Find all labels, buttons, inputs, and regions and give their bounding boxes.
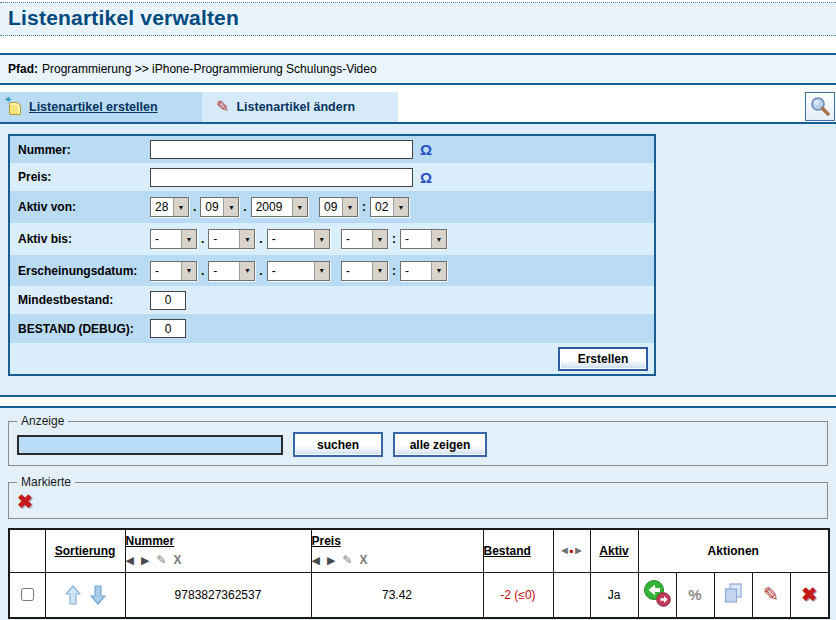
aktiv-header: Aktiv (590, 529, 638, 572)
chevron-down-icon: ▼ (239, 230, 254, 248)
aktiv-von-day-select[interactable]: 28▼ (150, 197, 189, 217)
form-row-aktiv-von: Aktiv von: 28▼ . 09▼ . 2009▼ 09▼ : 02▼ (10, 191, 654, 223)
filter-pen-icon[interactable]: ✎ (342, 553, 352, 567)
delete-icon: ✖ (801, 584, 817, 605)
sort-nummer-link[interactable]: Nummer (126, 534, 175, 548)
page-next-icon[interactable]: ▶ (327, 554, 335, 567)
chevron-down-icon: ▼ (181, 262, 196, 280)
row-spacer-cell (553, 572, 590, 618)
markierte-fieldset: Markierte ✖ (8, 475, 828, 519)
sparkle-icon: ✦ (4, 94, 12, 105)
aktiv-bis-hour-select[interactable]: -▼ (341, 229, 388, 249)
sort-sortierung-link[interactable]: Sortierung (55, 544, 116, 558)
articles-table: Sortierung Nummer ◀ ▶ ✎ X Preis ◀ ▶ (8, 528, 830, 619)
preis-label: Preis: (18, 170, 150, 184)
aktiv-bis-month-select[interactable]: -▼ (208, 229, 255, 249)
alle-zeigen-button[interactable]: alle zeigen (393, 432, 487, 457)
special-char-icon[interactable]: Ω (420, 141, 432, 158)
tab-listenartikel-aendern[interactable]: ✎ Listenartikel ändern (202, 92, 398, 122)
aktiv-von-month-select[interactable]: 09▼ (200, 197, 239, 217)
erscheinungsdatum-year-select[interactable]: -▼ (267, 261, 330, 281)
edit-pencil-icon: ✎ (216, 99, 229, 115)
row-sortierung-cell (45, 572, 125, 618)
aktiv-von-year-select[interactable]: 2009▼ (251, 197, 308, 217)
sort-bestand-link[interactable]: Bestand (484, 544, 531, 558)
erstellen-button[interactable]: Erstellen (558, 347, 648, 371)
aktiv-bis-minute-select[interactable]: -▼ (400, 229, 447, 249)
aktiv-von-minute-select[interactable]: 02▼ (370, 197, 409, 217)
list-section: Anzeige suchen alle zeigen Markierte ✖ S… (0, 408, 836, 620)
erscheinungsdatum-hour-select[interactable]: -▼ (341, 261, 388, 281)
copy-icon (721, 581, 745, 605)
page-header: Listenartikel verwalten (0, 2, 836, 36)
page-next-icon[interactable]: ▶ (141, 554, 149, 567)
form-section: Nummer: Ω Preis: Ω Aktiv von: 28▼ . 09▼ … (0, 124, 836, 395)
row-nummer: 9783827362537 (125, 572, 311, 618)
move-up-icon[interactable] (65, 585, 81, 605)
move-down-icon[interactable] (90, 585, 106, 605)
chevron-down-icon: ▼ (223, 198, 238, 216)
suchen-button[interactable]: suchen (293, 432, 383, 457)
delete-marked-icon[interactable]: ✖ (17, 492, 33, 511)
sort-preis-link[interactable]: Preis (312, 534, 341, 548)
chevron-down-icon: ▼ (342, 198, 357, 216)
edit-action[interactable]: ✎ (752, 572, 790, 618)
aktiv-bis-day-select[interactable]: -▼ (150, 229, 197, 249)
erscheinungsdatum-day-select[interactable]: -▼ (150, 261, 197, 281)
tab-listenartikel-erstellen[interactable]: ✦ Listenartikel erstellen (0, 92, 202, 122)
chevron-down-icon: ▼ (181, 230, 196, 248)
mindestbestand-label: Mindestbestand: (18, 293, 150, 307)
row-checkbox[interactable] (21, 588, 34, 601)
filter-clear-icon[interactable]: X (360, 553, 368, 567)
erscheinungsdatum-month-select[interactable]: -▼ (208, 261, 255, 281)
table-row: 9783827362537 73.42 -2 (≤0) Ja % (9, 572, 829, 618)
bestand-debug-input[interactable] (150, 319, 186, 338)
chevron-down-icon: ▼ (393, 198, 408, 216)
breadcrumb-path: Programmierung >> iPhone-Programmierung … (42, 62, 377, 76)
anzeige-legend: Anzeige (17, 414, 68, 428)
erscheinungsdatum-minute-select[interactable]: -▼ (400, 261, 447, 281)
copy-action[interactable] (714, 572, 752, 618)
erscheinungsdatum-label: Erscheinungsdatum: (18, 264, 150, 278)
create-form: Nummer: Ω Preis: Ω Aktiv von: 28▼ . 09▼ … (8, 134, 656, 376)
chevron-down-icon: ▼ (173, 198, 188, 216)
row-select-cell (9, 572, 45, 618)
chevron-down-icon: ▼ (314, 262, 329, 280)
form-row-aktiv-bis: Aktiv bis: -▼ . -▼ . -▼ -▼ : -▼ (10, 223, 654, 255)
special-char-icon[interactable]: Ω (420, 169, 432, 186)
form-row-erscheinungsdatum: Erscheinungsdatum: -▼ . -▼ . -▼ -▼ : -▼ (10, 255, 654, 286)
search-button[interactable] (805, 92, 835, 121)
bestand-header: Bestand (483, 529, 553, 572)
delete-action[interactable]: ✖ (790, 572, 829, 618)
page-prev-icon[interactable]: ◀ (312, 554, 320, 567)
aktiv-bis-year-select[interactable]: -▼ (267, 229, 330, 249)
tab-label: Listenartikel erstellen (29, 100, 158, 114)
aktiv-bis-label: Aktiv bis: (18, 232, 150, 246)
tab-label: Listenartikel ändern (236, 100, 355, 114)
aktiv-von-hour-select[interactable]: 09▼ (319, 197, 358, 217)
page-prev-icon[interactable]: ◀ (126, 554, 134, 567)
form-row-bestand-debug: BESTAND (DEBUG): (10, 314, 654, 343)
move-to-list-action[interactable] (638, 572, 676, 618)
percent-icon: % (688, 586, 701, 603)
discount-action[interactable]: % (676, 572, 714, 618)
aktiv-von-label: Aktiv von: (18, 200, 150, 214)
anzeige-fieldset: Anzeige suchen alle zeigen (8, 414, 828, 466)
nummer-label: Nummer: (18, 143, 150, 157)
column-resize-icon[interactable]: ◀ ■ ▶ (554, 546, 590, 555)
chevron-down-icon: ▼ (372, 230, 387, 248)
filter-pen-icon[interactable]: ✎ (156, 553, 166, 567)
breadcrumb-label: Pfad: (8, 62, 38, 76)
search-input[interactable] (17, 435, 283, 455)
mindestbestand-input[interactable] (150, 291, 186, 310)
form-row-mindestbestand: Mindestbestand: (10, 286, 654, 314)
spacer (0, 85, 836, 92)
filter-clear-icon[interactable]: X (174, 553, 182, 567)
sort-aktiv-link[interactable]: Aktiv (599, 544, 628, 558)
page-title: Listenartikel verwalten (8, 6, 239, 29)
row-preis: 73.42 (311, 572, 483, 618)
nummer-input[interactable] (150, 140, 413, 159)
preis-input[interactable] (150, 168, 413, 187)
preis-header: Preis ◀ ▶ ✎ X (311, 529, 483, 572)
chevron-down-icon: ▼ (314, 230, 329, 248)
